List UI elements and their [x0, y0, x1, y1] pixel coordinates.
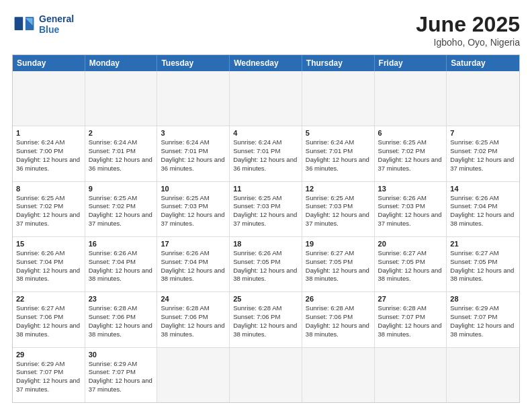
calendar-row: 8Sunrise: 6:25 AMSunset: 7:02 PMDaylight…	[13, 182, 519, 237]
table-row: 4Sunrise: 6:24 AMSunset: 7:01 PMDaylight…	[230, 126, 302, 181]
header-thursday: Thursday	[302, 55, 375, 71]
day-number: 5	[306, 129, 371, 137]
cell-info: Sunrise: 6:24 AMSunset: 7:01 PMDaylight:…	[161, 138, 224, 171]
cell-info: Sunrise: 6:26 AMSunset: 7:04 PMDaylight:…	[450, 194, 514, 227]
day-number: 23	[89, 295, 154, 303]
header-sunday: Sunday	[13, 55, 85, 71]
table-row: 9Sunrise: 6:25 AMSunset: 7:02 PMDaylight…	[85, 182, 158, 236]
cell-info: Sunrise: 6:28 AMSunset: 7:06 PMDaylight:…	[161, 304, 224, 337]
day-number: 13	[378, 185, 443, 193]
cell-info: Sunrise: 6:28 AMSunset: 7:07 PMDaylight:…	[378, 304, 442, 337]
table-row: 20Sunrise: 6:27 AMSunset: 7:05 PMDayligh…	[375, 237, 447, 291]
table-row: 13Sunrise: 6:26 AMSunset: 7:03 PMDayligh…	[375, 182, 447, 236]
table-row: 16Sunrise: 6:26 AMSunset: 7:04 PMDayligh…	[85, 237, 158, 291]
day-number: 20	[378, 240, 443, 248]
day-number: 26	[306, 295, 371, 303]
header: General Blue June 2025 Igboho, Oyo, Nige…	[12, 12, 520, 48]
table-row: 23Sunrise: 6:28 AMSunset: 7:06 PMDayligh…	[85, 292, 158, 347]
calendar-row: 15Sunrise: 6:26 AMSunset: 7:04 PMDayligh…	[13, 237, 519, 292]
table-row	[157, 348, 230, 402]
day-number: 16	[89, 240, 154, 248]
calendar-row	[13, 71, 519, 126]
table-row: 5Sunrise: 6:24 AMSunset: 7:01 PMDaylight…	[302, 126, 375, 181]
header-wednesday: Wednesday	[230, 55, 302, 71]
day-number: 25	[233, 295, 298, 303]
cell-info: Sunrise: 6:28 AMSunset: 7:06 PMDaylight:…	[233, 304, 297, 337]
table-row: 11Sunrise: 6:25 AMSunset: 7:03 PMDayligh…	[230, 182, 302, 236]
header-friday: Friday	[375, 55, 447, 71]
table-row: 29Sunrise: 6:29 AMSunset: 7:07 PMDayligh…	[13, 348, 85, 402]
header-monday: Monday	[85, 55, 158, 71]
day-number: 10	[161, 185, 226, 193]
table-row: 27Sunrise: 6:28 AMSunset: 7:07 PMDayligh…	[375, 292, 447, 347]
calendar-row: 29Sunrise: 6:29 AMSunset: 7:07 PMDayligh…	[13, 348, 519, 402]
cell-info: Sunrise: 6:26 AMSunset: 7:04 PMDaylight:…	[16, 249, 80, 282]
table-row: 24Sunrise: 6:28 AMSunset: 7:06 PMDayligh…	[157, 292, 230, 347]
header-saturday: Saturday	[447, 55, 519, 71]
table-row	[447, 348, 519, 402]
cell-info: Sunrise: 6:28 AMSunset: 7:06 PMDaylight:…	[89, 304, 152, 337]
day-number: 14	[450, 185, 516, 193]
logo: General Blue	[12, 12, 74, 36]
day-number: 7	[450, 129, 516, 137]
table-row	[447, 71, 519, 126]
table-row	[375, 71, 447, 126]
page: General Blue June 2025 Igboho, Oyo, Nige…	[0, 0, 532, 411]
table-row	[157, 71, 230, 126]
table-row	[302, 71, 375, 126]
day-number: 19	[306, 240, 371, 248]
svg-rect-3	[23, 16, 26, 31]
cell-info: Sunrise: 6:27 AMSunset: 7:05 PMDaylight:…	[450, 249, 514, 282]
day-number: 22	[16, 295, 81, 303]
table-row	[13, 71, 85, 126]
day-number: 27	[378, 295, 443, 303]
cell-info: Sunrise: 6:24 AMSunset: 7:01 PMDaylight:…	[306, 138, 369, 171]
cell-info: Sunrise: 6:26 AMSunset: 7:04 PMDaylight:…	[89, 249, 152, 282]
calendar-header: Sunday Monday Tuesday Wednesday Thursday…	[13, 55, 519, 71]
cell-info: Sunrise: 6:25 AMSunset: 7:03 PMDaylight:…	[161, 194, 224, 227]
table-row: 21Sunrise: 6:27 AMSunset: 7:05 PMDayligh…	[447, 237, 519, 291]
table-row: 25Sunrise: 6:28 AMSunset: 7:06 PMDayligh…	[230, 292, 302, 347]
table-row	[85, 71, 158, 126]
month-title: June 2025	[416, 12, 520, 37]
day-number: 9	[89, 185, 154, 193]
cell-info: Sunrise: 6:28 AMSunset: 7:06 PMDaylight:…	[306, 304, 369, 337]
day-number: 8	[16, 185, 81, 193]
day-number: 18	[233, 240, 298, 248]
table-row: 1Sunrise: 6:24 AMSunset: 7:00 PMDaylight…	[13, 126, 85, 181]
day-number: 2	[89, 129, 154, 137]
table-row: 7Sunrise: 6:25 AMSunset: 7:02 PMDaylight…	[447, 126, 519, 181]
table-row	[375, 348, 447, 402]
cell-info: Sunrise: 6:24 AMSunset: 7:01 PMDaylight:…	[233, 138, 297, 171]
table-row: 8Sunrise: 6:25 AMSunset: 7:02 PMDaylight…	[13, 182, 85, 236]
svg-rect-1	[15, 17, 24, 30]
table-row: 14Sunrise: 6:26 AMSunset: 7:04 PMDayligh…	[447, 182, 519, 236]
cell-info: Sunrise: 6:29 AMSunset: 7:07 PMDaylight:…	[16, 360, 80, 393]
cell-info: Sunrise: 6:29 AMSunset: 7:07 PMDaylight:…	[450, 304, 514, 337]
calendar-row: 1Sunrise: 6:24 AMSunset: 7:00 PMDaylight…	[13, 126, 519, 181]
table-row: 17Sunrise: 6:26 AMSunset: 7:04 PMDayligh…	[157, 237, 230, 291]
table-row: 22Sunrise: 6:27 AMSunset: 7:06 PMDayligh…	[13, 292, 85, 347]
cell-info: Sunrise: 6:27 AMSunset: 7:05 PMDaylight:…	[306, 249, 369, 282]
day-number: 30	[89, 351, 154, 359]
day-number: 17	[161, 240, 226, 248]
day-number: 11	[233, 185, 298, 193]
day-number: 21	[450, 240, 516, 248]
cell-info: Sunrise: 6:25 AMSunset: 7:03 PMDaylight:…	[306, 194, 369, 227]
day-number: 12	[306, 185, 371, 193]
day-number: 6	[378, 129, 443, 137]
table-row: 18Sunrise: 6:26 AMSunset: 7:05 PMDayligh…	[230, 237, 302, 291]
cell-info: Sunrise: 6:25 AMSunset: 7:02 PMDaylight:…	[16, 194, 80, 227]
cell-info: Sunrise: 6:27 AMSunset: 7:05 PMDaylight:…	[378, 249, 442, 282]
location: Igboho, Oyo, Nigeria	[416, 37, 520, 48]
cell-info: Sunrise: 6:27 AMSunset: 7:06 PMDaylight:…	[16, 304, 80, 337]
day-number: 15	[16, 240, 81, 248]
general-blue-icon	[12, 12, 36, 36]
cell-info: Sunrise: 6:25 AMSunset: 7:03 PMDaylight:…	[233, 194, 297, 227]
cell-info: Sunrise: 6:24 AMSunset: 7:01 PMDaylight:…	[89, 138, 152, 171]
logo-text: General Blue	[39, 13, 74, 35]
day-number: 1	[16, 129, 81, 137]
table-row	[230, 71, 302, 126]
table-row: 12Sunrise: 6:25 AMSunset: 7:03 PMDayligh…	[302, 182, 375, 236]
table-row: 6Sunrise: 6:25 AMSunset: 7:02 PMDaylight…	[375, 126, 447, 181]
